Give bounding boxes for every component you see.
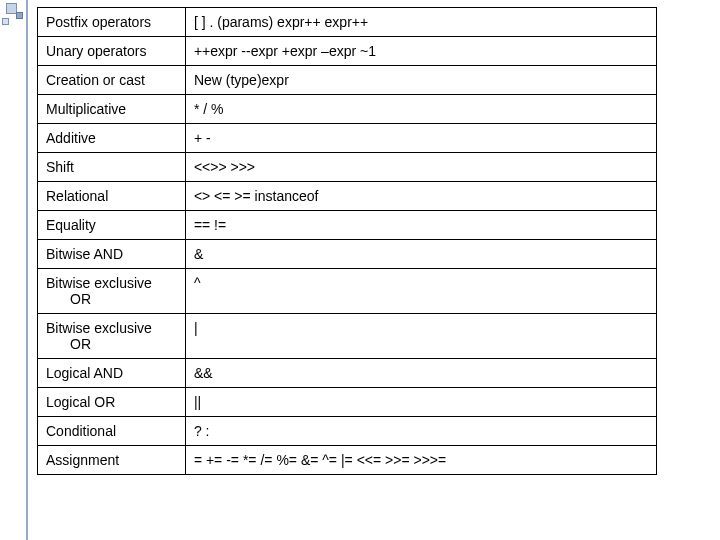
table-row: Additive+ - [38,124,657,153]
operator-category-cell: Shift [38,153,186,182]
operator-category-cell: Creation or cast [38,66,186,95]
table-row: Multiplicative* / % [38,95,657,124]
operator-precedence-table: Postfix operators[ ] . (params) expr++ e… [37,7,657,475]
category-label: Bitwise exclusive [46,320,152,336]
operator-category-cell: Bitwise AND [38,240,186,269]
operator-category-cell: Conditional [38,417,186,446]
category-label-line2: OR [46,336,177,352]
operator-category-cell: Additive [38,124,186,153]
deco-square [16,12,23,19]
table-row: Postfix operators[ ] . (params) expr++ e… [38,8,657,37]
operator-category-cell: Unary operators [38,37,186,66]
operator-category-cell: Relational [38,182,186,211]
side-decoration [0,0,28,540]
table-row: Logical AND&& [38,359,657,388]
table-row: Shift<<>> >>> [38,153,657,182]
operator-category-cell: Bitwise exclusiveOR [38,314,186,359]
deco-square [2,18,9,25]
operators-cell: + - [185,124,656,153]
operators-cell: <<>> >>> [185,153,656,182]
table-row: Unary operators++expr --expr +expr –expr… [38,37,657,66]
operators-cell: == != [185,211,656,240]
category-label: Bitwise exclusive [46,275,152,291]
operators-cell: ^ [185,269,656,314]
operator-category-cell: Bitwise exclusiveOR [38,269,186,314]
table-row: Equality== != [38,211,657,240]
table-row: Assignment= += -= *= /= %= &= ^= |= <<= … [38,446,657,475]
operators-cell: | [185,314,656,359]
operator-category-cell: Postfix operators [38,8,186,37]
operators-cell: & [185,240,656,269]
table-row: Relational<> <= >= instanceof [38,182,657,211]
operator-category-cell: Assignment [38,446,186,475]
operators-cell: * / % [185,95,656,124]
slide-content: Postfix operators[ ] . (params) expr++ e… [37,7,662,475]
operators-cell: ++expr --expr +expr –expr ~1 [185,37,656,66]
table-row: Logical OR|| [38,388,657,417]
operators-cell: || [185,388,656,417]
operator-category-cell: Logical AND [38,359,186,388]
operator-category-cell: Equality [38,211,186,240]
operator-category-cell: Multiplicative [38,95,186,124]
table-row: Conditional? : [38,417,657,446]
operators-cell: New (type)expr [185,66,656,95]
table-row: Bitwise exclusiveOR| [38,314,657,359]
category-label-line2: OR [46,291,177,307]
operators-cell: [ ] . (params) expr++ expr++ [185,8,656,37]
deco-vertical-line [26,0,28,540]
operator-category-cell: Logical OR [38,388,186,417]
table-row: Creation or castNew (type)expr [38,66,657,95]
table-row: Bitwise AND& [38,240,657,269]
operators-cell: && [185,359,656,388]
operators-cell: = += -= *= /= %= &= ^= |= <<= >>= >>>= [185,446,656,475]
operators-cell: ? : [185,417,656,446]
table-row: Bitwise exclusiveOR^ [38,269,657,314]
operators-cell: <> <= >= instanceof [185,182,656,211]
